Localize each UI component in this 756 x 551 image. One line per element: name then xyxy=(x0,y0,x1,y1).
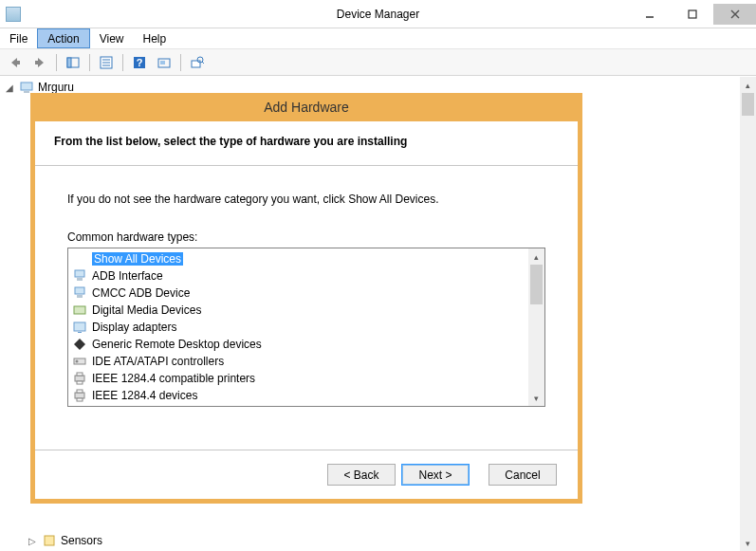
svg-rect-18 xyxy=(24,91,29,93)
svg-rect-35 xyxy=(77,398,83,401)
hardware-item[interactable]: IEEE 1284.4 devices xyxy=(68,387,528,404)
back-button[interactable]: < Back xyxy=(327,464,396,486)
toolbar: ? xyxy=(0,49,756,76)
wizard-heading: From the list below, select the type of … xyxy=(54,135,559,148)
minimize-button[interactable] xyxy=(628,4,671,25)
display-adapter-icon xyxy=(72,320,87,335)
svg-rect-14 xyxy=(192,61,200,67)
vertical-scrollbar[interactable]: ▴ ▾ xyxy=(740,77,756,551)
wizard-note: If you do not see the hardware category … xyxy=(67,193,545,206)
close-button[interactable] xyxy=(713,4,756,25)
add-legacy-hardware-icon[interactable] xyxy=(186,52,209,73)
hardware-item[interactable]: Generic Remote Desktop devices xyxy=(68,336,528,353)
forward-arrow-icon[interactable] xyxy=(28,52,51,73)
svg-rect-13 xyxy=(160,61,165,64)
media-device-icon xyxy=(72,303,87,318)
wizard-body: If you do not see the hardware category … xyxy=(35,166,578,407)
menu-help[interactable]: Help xyxy=(134,28,176,48)
remote-desktop-icon xyxy=(72,337,87,352)
menu-action[interactable]: Action xyxy=(37,28,89,48)
printer-icon xyxy=(72,371,87,386)
toolbar-separator xyxy=(122,54,123,71)
window-buttons xyxy=(628,4,756,25)
toolbar-separator xyxy=(89,54,90,71)
ide-controller-icon xyxy=(72,354,87,369)
cancel-button[interactable]: Cancel xyxy=(489,464,557,486)
hardware-item-label: ADB Interface xyxy=(92,269,163,283)
toolbar-separator xyxy=(180,54,181,71)
hardware-item[interactable]: IEEE 1284.4 compatible printers xyxy=(68,370,528,387)
scroll-thumb[interactable] xyxy=(742,93,754,116)
add-hardware-wizard: Add Hardware From the list below, select… xyxy=(30,93,582,504)
hardware-item-label: IEEE 1284.4 devices xyxy=(92,389,197,402)
toolbar-separator xyxy=(56,54,57,71)
scroll-thumb[interactable] xyxy=(530,265,543,304)
tree-item-sensors[interactable]: ▷ Sensors xyxy=(0,532,740,549)
hardware-item-show-all[interactable]: Show All Devices xyxy=(68,250,528,267)
hardware-item-label: IEEE 1284.4 compatible printers xyxy=(92,372,255,385)
menu-bar: File Action View Help xyxy=(0,28,756,49)
menu-view[interactable]: View xyxy=(90,28,134,48)
svg-rect-24 xyxy=(74,306,85,314)
svg-rect-23 xyxy=(77,295,83,298)
hardware-list[interactable]: Show All Devices ADB Interface CMCC ADB … xyxy=(67,248,545,407)
hardware-item[interactable]: ADB Interface xyxy=(68,267,528,285)
svg-rect-33 xyxy=(75,393,84,398)
hardware-list-label: Common hardware types: xyxy=(67,230,545,244)
tree-item-label: Sensors xyxy=(61,534,102,547)
svg-point-29 xyxy=(76,360,79,363)
hardware-item[interactable]: CMCC ADB Device xyxy=(68,285,528,302)
scroll-down-icon[interactable]: ▾ xyxy=(740,535,756,551)
menu-file[interactable]: File xyxy=(0,28,37,48)
svg-text:?: ? xyxy=(137,57,143,68)
hardware-item-label: Digital Media Devices xyxy=(92,303,201,317)
properties-icon[interactable] xyxy=(95,52,118,73)
svg-rect-32 xyxy=(77,381,83,384)
svg-rect-25 xyxy=(74,322,85,331)
svg-rect-20 xyxy=(75,270,84,277)
blank-icon xyxy=(72,251,87,266)
back-arrow-icon[interactable] xyxy=(4,52,27,73)
show-hide-tree-icon[interactable] xyxy=(62,52,84,73)
printer-icon xyxy=(72,388,87,403)
help-icon[interactable]: ? xyxy=(128,52,151,73)
next-button[interactable]: Next > xyxy=(401,464,470,486)
hardware-item-label: Display adapters xyxy=(92,321,176,334)
hardware-item-label: IDE ATA/ATAPI controllers xyxy=(92,355,224,368)
hardware-item-label: Generic Remote Desktop devices xyxy=(92,338,262,351)
wizard-header: From the list below, select the type of … xyxy=(35,121,578,166)
svg-rect-5 xyxy=(67,58,71,67)
hardware-item[interactable]: Digital Media Devices xyxy=(68,302,528,319)
sensors-icon xyxy=(42,533,57,548)
wizard-title: Add Hardware xyxy=(30,93,582,121)
hardware-item-label: CMCC ADB Device xyxy=(92,286,190,300)
window-title: Device Manager xyxy=(337,8,419,21)
svg-line-16 xyxy=(202,62,204,64)
svg-rect-1 xyxy=(689,10,696,18)
svg-rect-30 xyxy=(75,376,84,381)
title-bar: Device Manager xyxy=(0,0,756,28)
scroll-up-icon[interactable]: ▴ xyxy=(740,77,756,93)
svg-rect-26 xyxy=(78,332,82,333)
svg-rect-21 xyxy=(77,278,83,281)
hardware-item[interactable]: Display adapters xyxy=(68,319,528,336)
list-scrollbar[interactable]: ▴ ▾ xyxy=(528,248,544,406)
scroll-down-icon[interactable]: ▾ xyxy=(528,390,544,406)
svg-rect-19 xyxy=(45,536,54,545)
svg-rect-17 xyxy=(21,83,32,90)
scroll-up-icon[interactable]: ▴ xyxy=(528,248,544,265)
maximize-button[interactable] xyxy=(671,4,713,25)
adb-device-icon xyxy=(72,285,87,301)
expand-arrow-icon[interactable]: ◢ xyxy=(6,83,15,93)
svg-marker-27 xyxy=(74,339,85,350)
scan-hardware-icon[interactable] xyxy=(153,52,175,73)
adb-icon xyxy=(72,268,87,284)
svg-rect-31 xyxy=(77,373,83,376)
expand-arrow-icon[interactable]: ▷ xyxy=(28,536,38,546)
svg-rect-34 xyxy=(77,390,83,393)
hardware-item-label: Show All Devices xyxy=(92,252,183,266)
svg-rect-22 xyxy=(75,287,84,294)
wizard-footer: < Back Next > Cancel xyxy=(35,450,578,499)
tree-root-label: Mrguru xyxy=(38,81,74,94)
hardware-item[interactable]: IDE ATA/ATAPI controllers xyxy=(68,353,528,370)
